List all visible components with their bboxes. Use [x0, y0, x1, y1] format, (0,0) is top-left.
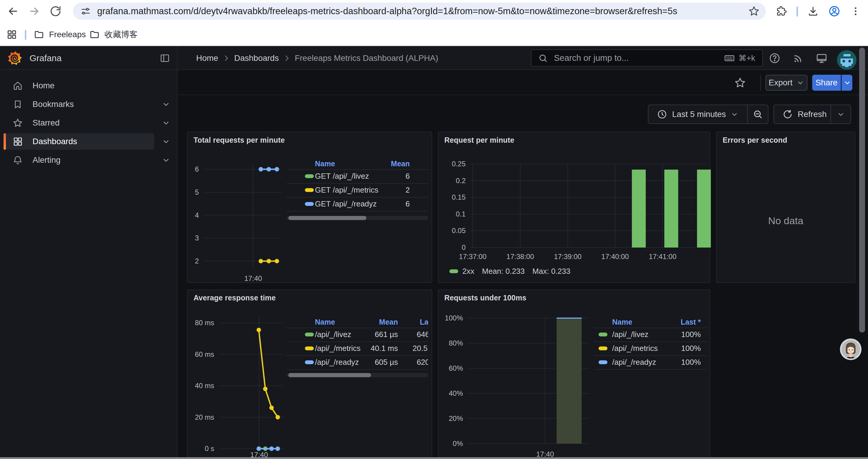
legend-row[interactable]: GET /api/_/livez6 [286, 169, 428, 183]
legend-row[interactable]: /api/_/metrics40.1 ms20.5 ms [286, 341, 428, 355]
horizontal-scrollbar[interactable] [0, 457, 868, 459]
legend-row[interactable]: /api/_/livez661 µs646 µs [286, 328, 428, 341]
bookmark-blog-folder[interactable]: 收藏博客 [89, 27, 138, 42]
series-mean: 6 [286, 172, 410, 181]
chart-request-per-minute[interactable]: 0.250.20.150.10.05017:37:0017:38:0017:39… [438, 132, 711, 284]
series-point [258, 167, 263, 172]
legend-scrollbar-track[interactable] [286, 373, 428, 377]
legend-col-mean[interactable]: Mean [286, 160, 410, 168]
series-point [276, 447, 280, 451]
grafana-logo[interactable] [8, 51, 22, 65]
legend-scrollbar-track[interactable] [286, 216, 428, 220]
share-button[interactable]: Share [812, 75, 841, 91]
chevron-down-icon [731, 110, 738, 118]
search-icon [538, 53, 548, 63]
url-bar[interactable]: grafana.mathmast.com/d/deytv4rwavabkb/fr… [73, 3, 766, 20]
monitor-icon[interactable] [813, 46, 831, 70]
legend-row[interactable]: /api/_/readyz100% [594, 355, 707, 369]
share-menu-button[interactable] [841, 75, 852, 91]
chevron-down-icon[interactable] [161, 152, 171, 168]
chevron-down-icon [837, 110, 845, 118]
series-point [270, 405, 274, 410]
keyboard-icon [724, 53, 735, 64]
y-axis-tick-label: 80% [449, 339, 463, 347]
extensions-icon[interactable] [774, 4, 788, 18]
y-axis-tick-label: 4 [195, 211, 199, 219]
legend-col-last[interactable]: Last * [286, 318, 428, 326]
sidebar: Home Bookmarks Starred Dashboards [0, 70, 177, 459]
sidebar-toggle-icon[interactable] [156, 46, 174, 70]
browser-back-button[interactable] [6, 4, 20, 18]
sidebar-item-alerting[interactable]: Alerting [4, 152, 154, 168]
browser-menu-icon[interactable] [848, 4, 863, 18]
legend-separator [594, 369, 707, 370]
legend-row[interactable]: /api/_/livez100% [594, 328, 707, 341]
sidebar-item-label: Dashboards [32, 137, 77, 146]
bookmarks-separator [25, 30, 26, 40]
y-axis-tick-label: 0.2 [456, 177, 466, 185]
sidebar-item-label: Home [32, 81, 55, 90]
toolbar-separator [797, 6, 798, 17]
breadcrumb-home[interactable]: Home [196, 54, 218, 63]
sidebar-item-starred[interactable]: Starred [4, 114, 154, 131]
y-axis-tick-label: 2 [195, 257, 199, 265]
legend-scrollbar-thumb[interactable] [288, 373, 371, 377]
apps-grid-icon[interactable] [5, 28, 19, 42]
profile-icon[interactable] [827, 4, 841, 18]
help-icon[interactable] [766, 46, 783, 70]
bookmark-label: Freeleaps [49, 30, 86, 39]
y-axis-tick-label: 20 ms [195, 413, 214, 421]
zoom-out-button[interactable] [747, 105, 768, 124]
legend-row[interactable]: GET /api/_/readyz6 [286, 197, 428, 211]
legend: NameMeanGET /api/_/livez6GET /api/_/metr… [286, 160, 428, 222]
series-last: 20.5 ms [286, 344, 428, 353]
browser-reload-button[interactable] [49, 4, 63, 18]
news-rss-icon[interactable] [789, 46, 807, 70]
legend-scrollbar-thumb[interactable] [288, 216, 366, 220]
user-avatar[interactable] [837, 50, 857, 70]
y-axis-tick-label: 80 ms [195, 319, 214, 327]
legend-row[interactable]: /api/_/metrics100% [594, 341, 707, 355]
chevron-right-icon [283, 54, 291, 62]
vertical-scrollbar-thumb[interactable] [859, 47, 865, 333]
search-placeholder: Search or jump to... [554, 53, 724, 63]
panel-title[interactable]: Errors per second [723, 136, 787, 144]
time-range-picker[interactable]: Last 5 minutes [649, 105, 747, 124]
export-button[interactable]: Export [766, 75, 807, 91]
sidebar-item-home[interactable]: Home [4, 77, 154, 94]
breadcrumb-current: Freeleaps Metrics Dashboard (ALPHA) [295, 54, 438, 63]
x-axis-tick-label: 17:39:00 [554, 253, 582, 261]
x-axis-tick-label: 17:37:00 [459, 253, 486, 261]
legend-row[interactable]: /api/_/readyz605 µs620 µs [286, 355, 428, 369]
chevron-right-icon [222, 54, 230, 62]
legend-inline[interactable]: 2xxMean: 0.233Max: 0.233 [450, 267, 578, 276]
downloads-icon[interactable] [806, 4, 820, 18]
y-axis-tick-label: 0.05 [452, 227, 466, 234]
bookmark-freeleaps[interactable]: Freeleaps [34, 27, 86, 42]
chevron-down-icon[interactable] [161, 114, 171, 131]
refresh-label: Refresh [798, 109, 827, 119]
bookmark-star-icon[interactable] [748, 5, 760, 17]
chevron-down-icon[interactable] [161, 96, 171, 112]
home-icon [12, 80, 23, 91]
chevron-down-icon[interactable] [161, 133, 171, 150]
series-bar [632, 169, 646, 248]
browser-forward-button[interactable] [27, 4, 41, 18]
site-info-icon[interactable] [80, 6, 91, 17]
bookmark-icon [12, 99, 23, 109]
y-axis-tick-label: 100% [445, 314, 463, 322]
legend: NameMeanLast */api/_/livez661 µs646 µs/a… [286, 318, 428, 380]
search-input[interactable]: Search or jump to... ⌘+k [531, 49, 763, 67]
series-bar [697, 169, 711, 248]
favorite-dashboard-button[interactable] [731, 74, 749, 91]
breadcrumb-dashboards[interactable]: Dashboards [234, 54, 279, 63]
sidebar-item-dashboards[interactable]: Dashboards [4, 133, 154, 150]
legend-row[interactable]: GET /api/_/metrics2 [286, 183, 428, 197]
legend-col-last[interactable]: Last * [594, 318, 701, 326]
sidebar-item-bookmarks[interactable]: Bookmarks [4, 96, 154, 112]
refresh-interval-button[interactable] [831, 105, 850, 124]
dashboard-actions-row [178, 70, 868, 95]
active-indicator [4, 133, 6, 150]
refresh-button[interactable]: Refresh [774, 105, 831, 124]
chevron-down-icon [797, 79, 804, 87]
